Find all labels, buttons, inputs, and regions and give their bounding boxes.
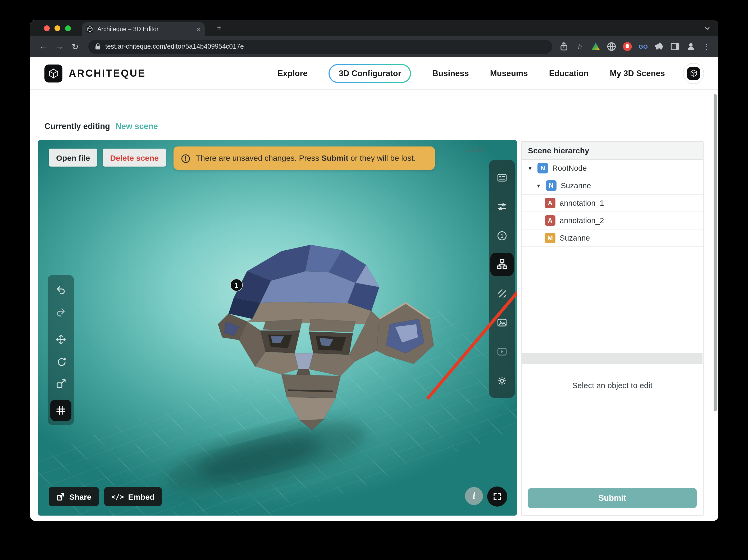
share-link-icon	[56, 492, 65, 501]
page-scrollbar[interactable]	[714, 94, 717, 411]
site-header: ARCHITEQUE Explore 3D Configurator Busin…	[30, 57, 718, 90]
architeque-logo-icon	[44, 64, 63, 82]
node-badge: N	[537, 163, 548, 173]
side-panel-icon[interactable]	[670, 41, 680, 52]
browser-tab[interactable]: Architeque – 3D Editor ×	[82, 22, 205, 36]
embed-button[interactable]: </> Embed	[104, 487, 162, 506]
profile-icon[interactable]	[685, 41, 696, 52]
extensions-puzzle-icon[interactable]	[654, 41, 664, 52]
share-icon[interactable]	[559, 41, 569, 52]
browser-toolbar: ← → ↻ test.ar-chiteque.com/editor/5a14b4…	[30, 36, 718, 57]
materials-button[interactable]	[490, 279, 514, 308]
unsaved-changes-banner: There are unsaved changes. Press Submit …	[173, 146, 435, 170]
tree-row-suzanne-mesh[interactable]: M Suzanne	[521, 229, 703, 247]
forward-button[interactable]: →	[52, 40, 66, 53]
screenshot-stage: Architeque – 3D Editor × + ← → ↻ test.ar…	[0, 0, 748, 560]
grid-toggle-button[interactable]	[50, 400, 71, 421]
menu-dots-icon[interactable]: ⋮	[701, 41, 712, 52]
hierarchy-title: Scene hierarchy	[521, 142, 703, 160]
annotation-badge: A	[545, 215, 556, 226]
tree-row-rootnode[interactable]: ▾ N RootNode	[521, 160, 703, 177]
close-window-button[interactable]	[44, 25, 50, 31]
browser-tabstrip: Architeque – 3D Editor × +	[30, 20, 718, 36]
editor-toolbar: 1	[489, 160, 515, 398]
tab-favicon	[86, 25, 94, 33]
tab-title: Architeque – 3D Editor	[97, 26, 193, 32]
submit-button[interactable]: Submit	[528, 488, 697, 508]
avatar-logo-icon	[687, 67, 700, 79]
new-tab-button[interactable]: +	[213, 23, 225, 33]
adblock-extension-icon[interactable]	[622, 41, 633, 52]
chevron-down-icon[interactable]	[704, 25, 711, 32]
svg-text:1: 1	[500, 233, 503, 239]
browser-window: Architeque – 3D Editor × + ← → ↻ test.ar…	[30, 20, 718, 521]
lock-icon	[95, 43, 101, 50]
nav-business[interactable]: Business	[433, 69, 469, 78]
zoom-window-button[interactable]	[65, 25, 71, 31]
caret-down-icon[interactable]: ▾	[535, 182, 542, 189]
tree-label: annotation_2	[560, 216, 604, 225]
viewport-bottom-buttons: Share </> Embed	[49, 487, 162, 506]
scene-hierarchy-button[interactable]	[490, 253, 514, 276]
annotations-list-button[interactable]: 1	[490, 221, 514, 250]
mesh-badge: M	[545, 233, 556, 243]
caret-down-icon[interactable]: ▾	[527, 165, 533, 172]
settings-gear-button[interactable]	[490, 366, 514, 395]
nav-museums[interactable]: Museums	[490, 69, 528, 78]
drive-extension-icon[interactable]	[590, 41, 601, 52]
tree-label: RootNode	[552, 164, 587, 172]
version-label: 1.1.99	[465, 145, 484, 153]
tree-row-annotation-2[interactable]: A annotation_2	[521, 212, 703, 229]
share-button[interactable]: Share	[49, 487, 99, 506]
currently-editing: Currently editing New scene	[44, 122, 158, 131]
globe-extension-icon[interactable]	[606, 41, 617, 52]
annotation-badge: A	[545, 198, 556, 208]
annotation-panel-button[interactable]	[490, 163, 514, 192]
editing-label: Currently editing	[44, 122, 110, 130]
scene-name-link[interactable]: New scene	[116, 122, 158, 130]
tree-row-annotation-1[interactable]: A annotation_1	[521, 195, 703, 212]
background-image-button[interactable]	[490, 308, 514, 337]
scene-canvas	[38, 140, 517, 516]
nav-explore[interactable]: Explore	[278, 69, 308, 78]
viewport-top-buttons: Open file Delete scene	[49, 149, 166, 167]
bookmark-star-icon[interactable]: ☆	[575, 41, 585, 52]
3d-viewport[interactable]: Open file Delete scene There are unsaved…	[38, 140, 517, 516]
minimize-window-button[interactable]	[54, 25, 60, 31]
toolbar-divider	[54, 326, 67, 326]
brand-name: ARCHITEQUE	[69, 67, 146, 79]
tree-label: annotation_1	[560, 199, 604, 207]
scale-tool-button[interactable]	[49, 373, 72, 395]
go-extension-icon[interactable]: GO	[638, 41, 649, 52]
fullscreen-button[interactable]	[487, 487, 507, 507]
tab-close-icon[interactable]: ×	[196, 25, 201, 33]
url-text: test.ar-chiteque.com/editor/5a14b409954c…	[105, 43, 244, 50]
redo-button[interactable]	[49, 301, 72, 324]
brand[interactable]: ARCHITEQUE	[44, 64, 146, 82]
url-bar[interactable]: test.ar-chiteque.com/editor/5a14b409954c…	[88, 40, 552, 54]
user-avatar[interactable]	[683, 63, 704, 84]
nav-3d-configurator[interactable]: 3D Configurator	[329, 64, 411, 83]
rotate-tool-button[interactable]	[49, 350, 72, 373]
scene-hierarchy-panel: Scene hierarchy ▾ N RootNode ▾ N Suzanne…	[521, 141, 704, 516]
tree-label: Suzanne	[561, 181, 591, 190]
alert-icon	[181, 154, 190, 163]
toolbar-icons: ☆ GO	[559, 41, 712, 52]
move-tool-button[interactable]	[49, 328, 72, 350]
annotation-marker-1[interactable]: 1	[230, 279, 243, 291]
panel-divider	[522, 353, 702, 364]
nav-my-3d-scenes[interactable]: My 3D Scenes	[610, 69, 665, 78]
open-file-button[interactable]: Open file	[49, 149, 97, 167]
page-content: ARCHITEQUE Explore 3D Configurator Busin…	[30, 57, 718, 521]
settings-sliders-button[interactable]	[490, 192, 514, 221]
delete-scene-button[interactable]: Delete scene	[102, 149, 166, 167]
back-button[interactable]: ←	[37, 40, 50, 53]
video-button[interactable]	[490, 337, 514, 366]
node-badge: N	[546, 180, 557, 191]
reload-button[interactable]: ↻	[68, 40, 82, 53]
tree-row-suzanne-node[interactable]: ▾ N Suzanne	[521, 177, 703, 195]
warning-text: There are unsaved changes. Press Submit …	[196, 152, 416, 164]
nav-education[interactable]: Education	[549, 69, 589, 78]
undo-button[interactable]	[49, 279, 72, 301]
info-button[interactable]: i	[465, 487, 483, 505]
